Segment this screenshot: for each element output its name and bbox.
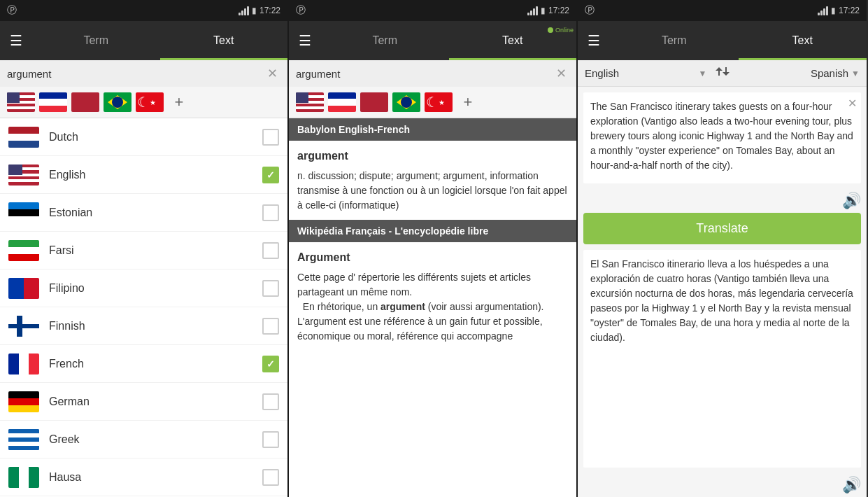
lang-name-english: English: [49, 169, 262, 181]
signal-bar: [818, 13, 820, 15]
target-lang-label: Spanish: [811, 67, 848, 79]
top-nav-3: ☰ Term Text: [578, 21, 867, 60]
tab-term-3[interactable]: Term: [610, 21, 739, 60]
status-bar-1: Ⓟ ▮ 17:22: [0, 0, 287, 21]
tab-text-3[interactable]: Text: [739, 21, 867, 60]
signal-bar: [530, 10, 532, 15]
flag-hausa: [8, 467, 39, 488]
flag-br-2[interactable]: [392, 92, 420, 112]
flag-row-1: ☾ ★ +: [0, 87, 287, 118]
checkbox-greek[interactable]: [262, 431, 279, 448]
dict-header-wikipedia: Wikipédia Français - L'encyclopédie libr…: [289, 220, 576, 242]
hamburger-button-2[interactable]: ☰: [289, 21, 321, 60]
source-lang-selector[interactable]: English ▼: [585, 67, 707, 79]
source-lang-label: English: [585, 67, 619, 79]
top-nav-2: ☰ Term Text Online: [289, 21, 576, 60]
app-icon-2: Ⓟ: [296, 4, 306, 17]
target-sound-row: 🔊: [578, 473, 867, 497]
signal-bar: [820, 10, 823, 15]
flag-us-1[interactable]: [7, 92, 35, 112]
signal-bar: [823, 8, 825, 15]
lang-name-filipino: Filipino: [49, 282, 262, 295]
flag-finnish: [8, 316, 39, 337]
list-item: Dutch: [0, 118, 287, 156]
signal-bars-3: [818, 6, 828, 15]
list-item: German: [0, 383, 287, 421]
nav-tabs-1: Term Text: [32, 21, 287, 60]
status-right-2: ▮ 17:22: [527, 6, 569, 15]
lang-name-greek: Greek: [49, 433, 262, 446]
lang-swap-button[interactable]: [707, 64, 738, 82]
hamburger-button-1[interactable]: ☰: [0, 21, 32, 60]
flag-english: [8, 164, 39, 186]
list-item: French ✓: [0, 345, 287, 383]
checkbox-farsi[interactable]: [262, 242, 279, 259]
battery-icon-3: ▮: [831, 6, 836, 15]
lang-name-farsi: Farsi: [49, 244, 262, 257]
list-item: English ✓: [0, 156, 287, 194]
top-nav-1: ☰ Term Text: [0, 21, 287, 60]
signal-bar: [239, 13, 241, 15]
dict-term-2: Argument: [297, 249, 568, 266]
source-text-area: The San Francisco itinerary takes guests…: [583, 92, 861, 183]
checkbox-english[interactable]: ✓: [262, 167, 279, 183]
lang-name-german: German: [49, 396, 262, 408]
tab-term-2[interactable]: Term: [321, 21, 449, 60]
signal-bar: [533, 8, 535, 15]
flag-red-2[interactable]: [360, 92, 388, 112]
target-lang-selector[interactable]: Spanish ▼: [738, 67, 860, 79]
status-right-3: ▮ 17:22: [818, 6, 860, 15]
source-sound-row: 🔊: [578, 189, 867, 213]
search-input-2[interactable]: [296, 68, 553, 80]
search-clear-button-1[interactable]: ✕: [264, 66, 280, 81]
flag-dutch: [8, 127, 39, 148]
checkbox-german[interactable]: [262, 393, 279, 410]
flag-fr-2[interactable]: [328, 92, 356, 112]
language-selector-row: English ▼ Spanish ▼: [578, 60, 867, 87]
search-clear-button-2[interactable]: ✕: [553, 66, 569, 81]
lang-name-estonian: Estonian: [49, 206, 262, 219]
dict-term-1: argument: [297, 148, 568, 164]
time-1: 17:22: [259, 6, 280, 15]
search-input-1[interactable]: [7, 68, 264, 80]
panel-translator: Ⓟ ▮ 17:22 ☰ Term Text: [578, 0, 867, 497]
tab-term-1[interactable]: Term: [32, 21, 160, 60]
signal-bar: [241, 10, 243, 15]
tab-text-1[interactable]: Text: [160, 21, 288, 60]
flag-tr-1[interactable]: ☾ ★: [136, 92, 164, 112]
list-item: Estonian: [0, 194, 287, 232]
signal-bars-2: [527, 6, 538, 15]
text-clear-button[interactable]: ✕: [848, 97, 857, 110]
checkbox-estonian[interactable]: [262, 204, 279, 221]
flag-tr-2[interactable]: ☾ ★: [425, 92, 453, 112]
tab-text-2[interactable]: Text Online: [449, 21, 577, 60]
target-sound-button[interactable]: 🔊: [842, 476, 861, 494]
source-lang-chevron: ▼: [699, 69, 707, 78]
checkbox-finnish[interactable]: [262, 318, 279, 335]
checkbox-hausa[interactable]: [262, 469, 279, 486]
flag-fr-1[interactable]: [39, 92, 67, 112]
dict-body-babylon: argument n. discussion; dispute; argumen…: [289, 141, 576, 220]
checkbox-dutch[interactable]: [262, 129, 279, 146]
signal-bar: [527, 13, 529, 15]
status-left-3: Ⓟ: [585, 4, 597, 17]
signal-bars-1: [239, 6, 249, 15]
add-language-button-2[interactable]: +: [457, 92, 479, 112]
checkbox-filipino[interactable]: [262, 280, 279, 297]
flag-br-1[interactable]: [104, 92, 131, 112]
hamburger-button-3[interactable]: ☰: [578, 21, 610, 60]
lang-name-french: French: [49, 358, 262, 370]
source-sound-button[interactable]: 🔊: [842, 192, 861, 210]
list-item: Farsi: [0, 232, 287, 270]
flag-farsi: [8, 240, 39, 261]
status-left-2: Ⓟ: [296, 4, 308, 17]
flag-french: [8, 354, 39, 374]
translated-text-area: El San Francisco itinerario lleva a los …: [583, 250, 861, 468]
swap-icon: [714, 64, 731, 78]
add-language-button-1[interactable]: +: [168, 92, 190, 112]
flag-estonian: [8, 202, 39, 223]
flag-fr-red-1[interactable]: [71, 92, 99, 112]
flag-us-2[interactable]: [296, 92, 324, 112]
translate-button[interactable]: Translate: [583, 213, 861, 244]
checkbox-french[interactable]: ✓: [262, 356, 279, 372]
